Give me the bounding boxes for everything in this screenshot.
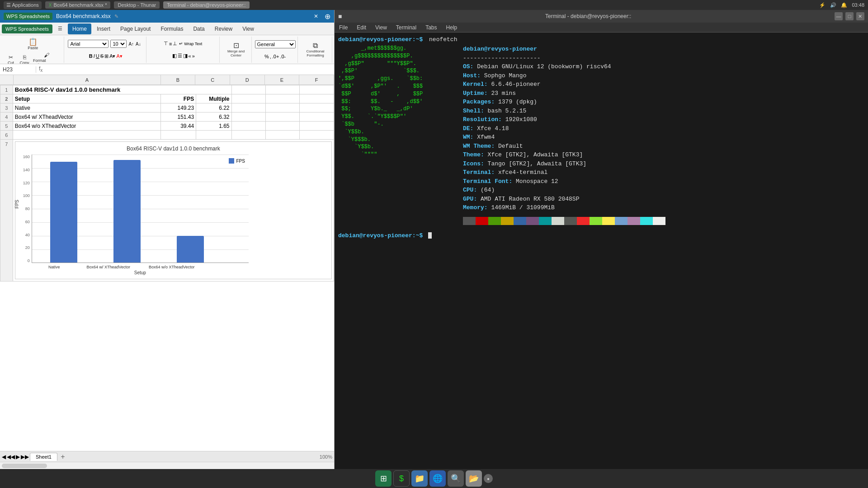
dock-search[interactable]: 🔍: [448, 470, 464, 487]
formula-function-icon[interactable]: fx: [36, 66, 45, 73]
cell-a1[interactable]: Box64 RISC-V dav1d 1.0.0 benchmark: [13, 85, 231, 94]
col-e-header[interactable]: E: [265, 75, 300, 84]
next-next-sheet-btn[interactable]: ▶▶: [21, 454, 29, 460]
cell-b5[interactable]: 39.44: [161, 122, 196, 131]
cut-button[interactable]: ✂ Cut: [5, 53, 17, 65]
strikethrough-button[interactable]: S: [100, 53, 104, 59]
cell-c4[interactable]: 6.32: [196, 113, 231, 122]
cell-d4[interactable]: [231, 113, 265, 122]
cell-f2[interactable]: [300, 94, 334, 103]
col-c-header[interactable]: C: [195, 75, 230, 84]
tab-home-icon[interactable]: ☰: [53, 23, 67, 34]
cell-b4[interactable]: 151.43: [161, 113, 196, 122]
align-right-button[interactable]: ◨: [183, 53, 188, 59]
cell-a2[interactable]: Setup: [13, 94, 161, 103]
term-menu-help[interactable]: Help: [444, 24, 459, 31]
tab-review[interactable]: Review: [210, 23, 237, 34]
align-left-button[interactable]: ◧: [172, 53, 177, 59]
number-format-select[interactable]: General: [255, 40, 296, 48]
prev-prev-sheet-btn[interactable]: ◀◀: [7, 454, 15, 460]
term-menu-view[interactable]: View: [373, 24, 389, 31]
col-b-header[interactable]: B: [161, 75, 196, 84]
dock-folder[interactable]: 📂: [466, 470, 482, 487]
terminal-maximize-btn[interactable]: □: [845, 12, 854, 20]
cell-b2[interactable]: FPS: [161, 94, 196, 103]
cell-a3[interactable]: Native: [13, 103, 161, 113]
comma-button[interactable]: ,: [270, 54, 271, 59]
align-middle-button[interactable]: ≡: [169, 41, 172, 47]
cell-f1[interactable]: [300, 85, 334, 94]
dock-files[interactable]: 📁: [411, 470, 428, 487]
copy-button[interactable]: ⎘ Copy: [18, 53, 31, 65]
cell-reference[interactable]: H23: [0, 66, 36, 73]
terminal-tab[interactable]: Terminal - debian@revyos-pioneer::: [163, 1, 249, 9]
wrap-text-button[interactable]: ↵ Wrap Text: [178, 40, 203, 47]
cell-d6[interactable]: [231, 131, 265, 140]
font-family-select[interactable]: Arial: [68, 40, 108, 48]
dock-spreadsheet[interactable]: ⊞: [375, 470, 392, 487]
tab-page-layout[interactable]: Page Layout: [116, 23, 155, 34]
cell-f5[interactable]: [300, 122, 334, 131]
col-f-header[interactable]: F: [299, 75, 334, 84]
format-painter-button[interactable]: 🖌 Format Painter: [32, 51, 61, 65]
terminal-minimize-btn[interactable]: —: [835, 12, 843, 20]
term-menu-edit[interactable]: Edit: [355, 24, 368, 31]
thunar-tab[interactable]: Desktop - Thunar: [114, 1, 160, 9]
cell-f6[interactable]: [300, 131, 334, 140]
dock-terminal[interactable]: $: [393, 470, 410, 487]
font-size-select[interactable]: 10: [110, 40, 127, 48]
col-d-header[interactable]: D: [230, 75, 265, 84]
tab-home[interactable]: Home: [68, 23, 91, 34]
cell-e5[interactable]: [266, 122, 300, 131]
next-sheet-btn[interactable]: ▶: [16, 454, 20, 460]
xlsx-tab[interactable]: X Box64 benchmark.xlsx *: [45, 1, 111, 9]
cell-d5[interactable]: [231, 122, 265, 131]
font-size-increase[interactable]: A↑: [128, 42, 134, 47]
percent-button[interactable]: %: [264, 54, 269, 59]
paste-button[interactable]: 📋 Paste: [26, 38, 39, 51]
cell-d1[interactable]: [231, 85, 265, 94]
cell-d3[interactable]: [231, 103, 265, 113]
bold-button[interactable]: B: [89, 53, 93, 59]
add-sheet-tab-button[interactable]: +: [58, 452, 67, 461]
applications-menu[interactable]: ☰ Applications: [4, 1, 42, 9]
col-a-header[interactable]: A: [14, 75, 161, 84]
cell-f3[interactable]: [300, 103, 334, 113]
border-button[interactable]: ⊞: [104, 53, 108, 59]
indent-decrease-button[interactable]: «: [189, 53, 191, 59]
chart-cell[interactable]: Box64 RISC-V dav1d 1.0.0 benchmark 160 1…: [13, 140, 334, 282]
font-color-button[interactable]: A▾: [116, 53, 122, 59]
cell-c2[interactable]: Multiple: [196, 94, 231, 103]
tab-formulas[interactable]: Formulas: [156, 23, 188, 34]
cell-a5[interactable]: Box64 w/o XTheadVector: [13, 122, 161, 131]
merge-center-button[interactable]: ⊡ Merge and Center: [223, 41, 249, 58]
conditional-formatting-button[interactable]: ⧉ Conditional Formatting: [302, 41, 329, 58]
align-center-button[interactable]: ☰: [178, 53, 182, 59]
tab-insert[interactable]: Insert: [92, 23, 115, 34]
align-bottom-button[interactable]: ⊥: [173, 41, 177, 47]
cell-c6[interactable]: [196, 131, 231, 140]
terminal-close-btn[interactable]: ✕: [856, 12, 864, 20]
cell-c5[interactable]: 1.65: [196, 122, 231, 131]
close-spreadsheet[interactable]: ✕: [314, 13, 318, 19]
scrollbar[interactable]: [0, 462, 334, 469]
cell-c3[interactable]: 6.22: [196, 103, 231, 113]
term-menu-file[interactable]: File: [337, 24, 349, 31]
cell-e1[interactable]: [266, 85, 300, 94]
add-sheet-btn[interactable]: ⊕: [325, 12, 330, 21]
cell-b6[interactable]: [161, 131, 196, 140]
italic-button[interactable]: I: [94, 53, 95, 59]
cell-e6[interactable]: [266, 131, 300, 140]
cell-f4[interactable]: [300, 113, 334, 122]
decimal-decrease-button[interactable]: .0-: [280, 54, 286, 59]
wps-menu-button[interactable]: WPS Spreadsheets: [2, 24, 52, 33]
cell-b3[interactable]: 149.23: [161, 103, 196, 113]
decimal-increase-button[interactable]: .0+: [272, 54, 279, 59]
dock-browser[interactable]: 🌐: [429, 470, 446, 487]
align-top-button[interactable]: ⊤: [164, 41, 168, 47]
tab-data[interactable]: Data: [189, 23, 209, 34]
term-menu-tabs[interactable]: Tabs: [424, 24, 439, 31]
tab-view[interactable]: View: [238, 23, 259, 34]
cell-a4[interactable]: Box64 w/ XTheadVector: [13, 113, 161, 122]
fill-color-button[interactable]: A▾: [109, 53, 115, 59]
